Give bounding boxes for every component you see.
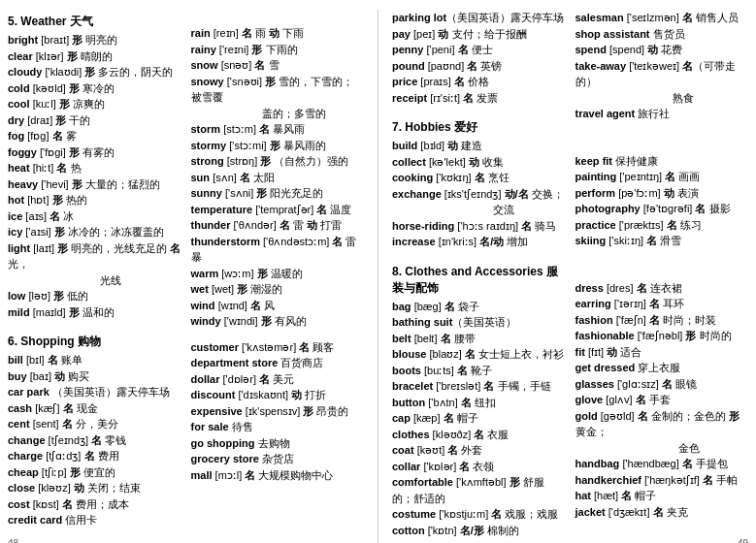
list-item: exchange [ɪks'tʃeɪndʒ] 动/名 交换； 交流 bbox=[392, 186, 566, 218]
list-item: fog [fɒg] 名 雾 bbox=[8, 128, 181, 144]
list-item: fashionable ['fæʃnəbl] 形 时尚的 bbox=[575, 328, 749, 344]
list-item: build [bɪld] 动 建造 bbox=[392, 138, 566, 154]
list-item: cost [kɒst] 名 费用；成本 bbox=[8, 496, 181, 513]
list-item: cold [kəʊld] 形 寒冷的 bbox=[8, 80, 181, 97]
list-item: cloudy ['klaʊdi] 形 多云的，阴天的 bbox=[8, 64, 181, 80]
list-item: cent [sent] 名 分，美分 bbox=[8, 416, 181, 432]
section5-title: 5. Weather 天气 bbox=[8, 14, 181, 30]
section-hobbies-right: keep fit 保持健康 painting ['peɪntɪŋ] 名 画画 p… bbox=[575, 153, 749, 249]
list-item: bill [bɪl] 名 账单 bbox=[8, 352, 181, 368]
list-item: horse-riding ['hɔːs raɪdɪŋ] 名 骑马 bbox=[392, 218, 566, 235]
list-item: perform [pə'fɔːm] 动 表演 bbox=[575, 185, 749, 202]
list-item: costume ['kɒstjuːm] 名 戏服；戏服 bbox=[392, 506, 566, 523]
page-container: 5. Weather 天气 bright [braɪt] 形 明亮的 clear… bbox=[0, 0, 756, 543]
list-item: charge [tʃɑːdʒ] 名 费用 bbox=[8, 448, 181, 464]
list-item: warm [wɔːm] 形 温暖的 bbox=[191, 266, 365, 282]
list-item: customer ['kʌstəmər] 名 顾客 bbox=[191, 339, 365, 356]
right-column: parking lot（美国英语）露天停车场 pay [peɪ] 动 支付；给于… bbox=[392, 10, 566, 543]
section-clothes: 8. Clothes and Accessories 服装与配饰 bag [bæ… bbox=[392, 260, 566, 539]
list-item: skiing ['skiːɪŋ] 名 滑雪 bbox=[575, 233, 749, 249]
column-divider bbox=[378, 10, 378, 543]
list-item: dress [dres] 名 连衣裙 bbox=[575, 280, 749, 297]
left-center-column: rain [reɪn] 名 雨 动 下雨 rainy ['reɪni] 形 下雨… bbox=[191, 10, 365, 543]
list-item: gold [gəʊld] 名 金制的；金色的 形 黄金； 金色 bbox=[575, 408, 749, 457]
list-item: light [laɪt] 形 明亮的，光线充足的 名 光， 光线 bbox=[8, 240, 181, 289]
list-item: expensive [ɪk'spensɪv] 形 昂贵的 bbox=[191, 403, 365, 420]
list-item: belt [belt] 名 腰带 bbox=[392, 331, 566, 347]
list-item: mild [maɪld] 形 温和的 bbox=[8, 304, 181, 321]
section7-title: 7. Hobbies 爱好 bbox=[392, 119, 566, 136]
list-item: handbag ['hændbæg] 名 手提包 bbox=[575, 456, 749, 472]
list-item: boots [buːts] 名 靴子 bbox=[392, 363, 566, 379]
list-item: ice [aɪs] 名 冰 bbox=[8, 208, 181, 225]
section6-title: 6. Shopping 购物 bbox=[8, 334, 181, 350]
section-clothes-right: dress [dres] 名 连衣裙 earring ['ɪərɪŋ] 名 耳环… bbox=[575, 280, 749, 521]
list-item: rainy ['reɪni] 形 下雨的 bbox=[191, 42, 365, 58]
section-weather: 5. Weather 天气 bright [braɪt] 形 明亮的 clear… bbox=[8, 10, 181, 320]
list-item: foggy ['fɒgi] 形 有雾的 bbox=[8, 144, 181, 161]
list-item: painting ['peɪntɪŋ] 名 画画 bbox=[575, 169, 749, 185]
list-item: collect [kə'lekt] 动 收集 bbox=[392, 154, 566, 171]
list-item: dollar ['dɒlər] 名 美元 bbox=[191, 371, 365, 388]
list-item: snowy ['snəʊi] 形 雪的，下雪的；被雪覆 盖的；多雪的 bbox=[191, 74, 365, 122]
list-item: hat [hæt] 名 帽子 bbox=[575, 488, 749, 504]
list-item: shop assistant 售货员 bbox=[575, 26, 749, 43]
list-item: buy [baɪ] 动 购买 bbox=[8, 368, 181, 385]
list-item: rain [reɪn] 名 雨 动 下雨 bbox=[191, 25, 365, 42]
list-item: cool [kuːl] 形 凉爽的 bbox=[8, 96, 181, 112]
list-item: practice ['præktɪs] 名 练习 bbox=[575, 217, 749, 234]
section8-title: 8. Clothes and Accessories 服装与配饰 bbox=[392, 264, 566, 297]
page-number-right: 49 bbox=[575, 532, 749, 544]
list-item: temperature ['tempratʃər] 名 温度 bbox=[191, 202, 365, 218]
section-shopping-cont: parking lot（美国英语）露天停车场 pay [peɪ] 动 支付；给于… bbox=[392, 10, 566, 106]
list-item: cheap [tʃiːp] 形 便宜的 bbox=[8, 464, 181, 481]
list-item: fashion ['fæʃn] 名 时尚；时装 bbox=[575, 312, 749, 329]
list-item: cooking ['kʊkɪŋ] 名 烹饪 bbox=[392, 170, 566, 186]
list-item: sunny ['sʌni] 形 阳光充足的 bbox=[191, 185, 365, 202]
list-item: dry [draɪ] 形 干的 bbox=[8, 112, 181, 129]
list-item: thunderstorm ['θʌndəstɔːm] 名 雷暴 bbox=[191, 234, 365, 266]
list-item: cash [kæʃ] 名 现金 bbox=[8, 400, 181, 417]
list-item: price [praɪs] 名 价格 bbox=[392, 74, 566, 90]
list-item: glove [glʌv] 名 手套 bbox=[575, 392, 749, 408]
list-item: jacket ['dʒækɪt] 名 夹克 bbox=[575, 504, 749, 521]
list-item: wind [wɪnd] 名 风 bbox=[191, 298, 365, 314]
list-item: receipt [rɪ'siːt] 名 发票 bbox=[392, 90, 566, 107]
list-item: close [kləʊz] 动 关闭；结束 bbox=[8, 480, 181, 496]
list-item: snow [snəʊ] 名 雪 bbox=[191, 57, 365, 74]
list-item: discount ['dɪskaʊnt] 动 打折 bbox=[191, 387, 365, 403]
list-item: take-away ['teɪkəweɪ] 名（可带走的） 熟食 bbox=[575, 58, 749, 107]
list-item: glasses ['glɑːsɪz] 名 眼镜 bbox=[575, 376, 749, 393]
list-item: department store 百货商店 bbox=[191, 355, 365, 371]
list-item: get dressed 穿上衣服 bbox=[575, 360, 749, 376]
list-item: keep fit 保持健康 bbox=[575, 153, 749, 170]
list-item: cap [kæp] 名 帽子 bbox=[392, 410, 566, 427]
page-number-left: 48 bbox=[8, 532, 181, 544]
list-item: blouse [blaʊz] 名 女士短上衣，衬衫 bbox=[392, 346, 566, 363]
list-item: salesman ['seɪlzmən] 名 销售人员 bbox=[575, 10, 749, 26]
list-item: wet [wet] 形 潮湿的 bbox=[191, 281, 365, 298]
list-item: thunder ['θʌndər] 名 雷 动 打雷 bbox=[191, 217, 365, 234]
section-shopping-right: customer ['kʌstəmər] 名 顾客 department sto… bbox=[191, 339, 365, 484]
list-item: sun [sʌn] 名 太阳 bbox=[191, 170, 365, 186]
section-weather-right: rain [reɪn] 名 雨 动 下雨 rainy ['reɪni] 形 下雨… bbox=[191, 25, 365, 330]
list-item: parking lot（美国英语）露天停车场 bbox=[392, 10, 566, 26]
list-item: penny ['peni] 名 便士 bbox=[392, 42, 566, 58]
list-item: heavy ['hevi] 形 大量的；猛烈的 bbox=[8, 176, 181, 193]
section-shopping: 6. Shopping 购物 bill [bɪl] 名 账单 buy [baɪ]… bbox=[8, 330, 181, 528]
list-item: increase [ɪn'kriːs] 名/动 增加 bbox=[392, 234, 566, 250]
section-shopping-right-cont: salesman ['seɪlzmən] 名 销售人员 shop assista… bbox=[575, 10, 749, 122]
list-item: bracelet ['breɪslət] 名 手镯，手链 bbox=[392, 378, 566, 395]
list-item: low [ləʊ] 形 低的 bbox=[8, 288, 181, 304]
list-item: spend [spend] 动 花费 bbox=[575, 42, 749, 58]
list-item: handkerchief ['hæŋkətʃɪf] 名 手帕 bbox=[575, 472, 749, 489]
list-item: mall [mɔːl] 名 大规模购物中心 bbox=[191, 467, 365, 484]
list-item: clothes [kləʊðz] 名 衣服 bbox=[392, 427, 566, 443]
list-item: change [tʃeɪndʒ] 名 零钱 bbox=[8, 432, 181, 449]
section-hobbies: 7. Hobbies 爱好 build [bɪld] 动 建造 collect … bbox=[392, 115, 566, 250]
list-item: go shopping 去购物 bbox=[191, 435, 365, 452]
left-column: 5. Weather 天气 bright [braɪt] 形 明亮的 clear… bbox=[8, 10, 181, 543]
list-item: collar ['kɒlər] 名 衣领 bbox=[392, 459, 566, 475]
list-item: car park （美国英语）露天停车场 bbox=[8, 384, 181, 400]
list-item: windy ['wɪndi] 形 有风的 bbox=[191, 313, 365, 330]
